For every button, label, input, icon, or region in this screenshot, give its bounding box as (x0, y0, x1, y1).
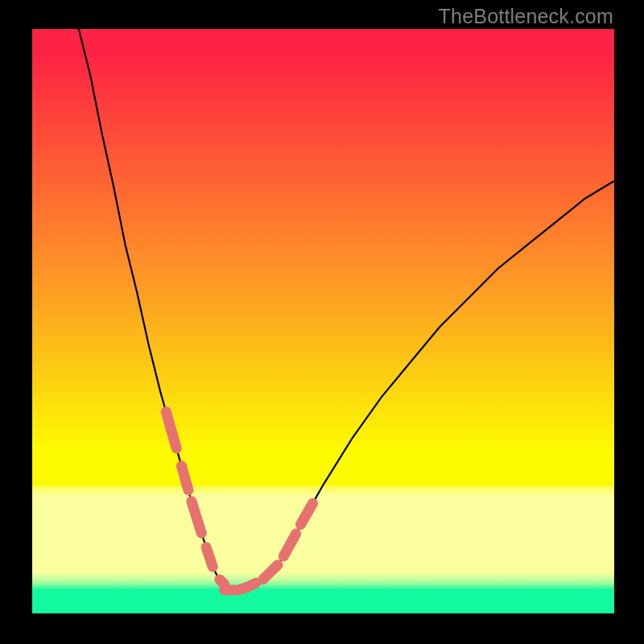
highlight-segment (206, 547, 213, 567)
highlight-segment (263, 565, 278, 580)
highlight-segment (166, 412, 176, 448)
chart-container: TheBottleneck.com (0, 0, 644, 644)
highlight-segment (192, 502, 201, 534)
highlight-segment (238, 587, 248, 590)
curve-right-branch (230, 181, 614, 590)
watermark-text: TheBottleneck.com (439, 5, 613, 28)
highlight-segment (181, 466, 188, 490)
curve-left-branch (79, 29, 230, 590)
highlight-segments (166, 412, 312, 591)
highlight-segment (252, 584, 254, 585)
highlight-segment (283, 534, 295, 556)
chart-curves (32, 29, 614, 613)
highlight-segment (220, 580, 225, 584)
highlight-segment (301, 503, 313, 524)
